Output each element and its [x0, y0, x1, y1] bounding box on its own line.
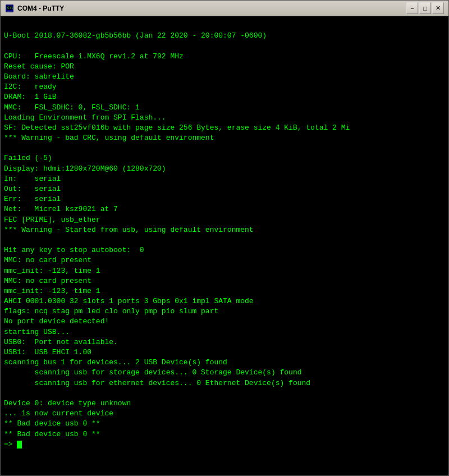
svg-rect-3	[7, 11, 12, 12]
close-button[interactable]: ✕	[432, 2, 444, 14]
window-controls: − □ ✕	[406, 2, 444, 14]
title-bar: C:\ COM4 - PuTTY − □ ✕	[1, 1, 448, 16]
putty-window: C:\ COM4 - PuTTY − □ ✕ U-Boot 2018.07-36…	[0, 0, 449, 476]
svg-text:C:\: C:\	[7, 6, 13, 10]
terminal-cursor	[17, 441, 22, 448]
app-icon: C:\	[5, 4, 14, 13]
minimize-button[interactable]: −	[406, 2, 418, 14]
window-title: COM4 - PuTTY	[17, 4, 406, 12]
terminal-output[interactable]: U-Boot 2018.07-36082-gb5b56bb (Jan 22 20…	[1, 16, 448, 475]
maximize-button[interactable]: □	[419, 2, 431, 14]
